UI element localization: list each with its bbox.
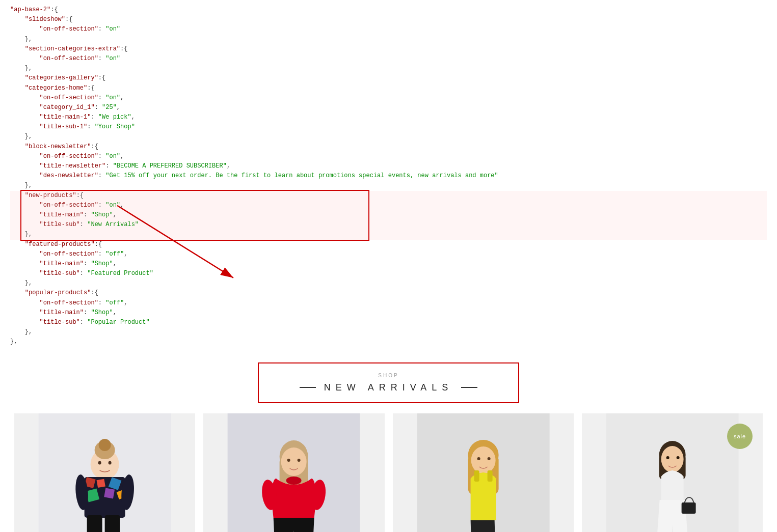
product-image-wrapper — [14, 413, 195, 532]
section-header-area: SHOP NEW ARRIVALS — [0, 352, 777, 413]
code-line: "on-off-section": "on" — [10, 54, 767, 64]
svg-point-35 — [487, 457, 490, 460]
svg-point-18 — [109, 461, 112, 464]
code-line: "slideshow":{ — [10, 15, 767, 24]
code-line: "popular-products":{ — [10, 288, 767, 298]
svg-rect-33 — [487, 470, 492, 482]
svg-point-22 — [281, 447, 307, 476]
code-line: "title-newsletter": "BECOME A PREFERRED … — [10, 161, 767, 171]
svg-point-39 — [661, 446, 683, 472]
svg-rect-15 — [87, 515, 102, 532]
code-line: }, — [10, 230, 767, 239]
code-line: "title-sub-1": "Your Shop" — [10, 122, 767, 132]
code-line: }, — [10, 181, 767, 190]
sale-badge: sale — [727, 424, 753, 449]
svg-point-26 — [287, 459, 290, 462]
svg-point-43 — [666, 456, 669, 459]
product-card[interactable]: New Fashion1$28.38★★★★★ — [10, 413, 199, 532]
code-line: "on-off-section": "on", — [10, 93, 767, 103]
code-line: }, — [10, 327, 767, 337]
code-line: "block-newsletter":{ — [10, 142, 767, 152]
product-card[interactable]: New Fashion 3$141.89OFS★★★★★ — [389, 413, 578, 532]
code-line: "on-off-section": "on", — [10, 152, 767, 161]
code-line: }, — [10, 35, 767, 44]
code-line: }, — [10, 64, 767, 73]
code-line: "featured-products":{ — [10, 240, 767, 249]
code-line: "category_id_1": "25", — [10, 103, 767, 113]
code-line: "des-newsletter": "Get 15% off your next… — [10, 171, 767, 181]
code-line: "on-off-section": "off", — [10, 298, 767, 308]
dash-right — [461, 387, 477, 388]
svg-point-44 — [676, 456, 679, 459]
svg-rect-40 — [681, 502, 695, 514]
code-line: "on-off-section": "on", — [10, 201, 767, 210]
product-image-wrapper — [203, 413, 384, 532]
products-grid: New Fashion1$28.38★★★★★ New Fashion2$56.… — [0, 413, 777, 532]
code-line: }, — [10, 337, 767, 347]
code-line: }, — [10, 278, 767, 288]
main-title-text: NEW ARRIVALS — [324, 382, 453, 393]
product-card[interactable]: saleNew Fashion 4$200.00$150.00OFS★★★★★ — [578, 413, 767, 532]
code-line: "title-sub": "New Arrivals" — [10, 220, 767, 230]
code-line: "title-main": "Shop", — [10, 308, 767, 318]
section-main-title: NEW ARRIVALS — [300, 382, 478, 393]
code-and-arrow-container: "ap-base-2":{ "slideshow":{ "on-off-sect… — [0, 0, 777, 352]
svg-point-23 — [286, 477, 302, 485]
svg-point-31 — [471, 446, 495, 474]
svg-point-17 — [98, 461, 101, 464]
code-line: "title-main": "Shop", — [10, 259, 767, 269]
product-card[interactable]: New Fashion2$56.76OFS★★★★★ — [199, 413, 388, 532]
code-line: "on-off-section": "off", — [10, 249, 767, 259]
svg-point-34 — [477, 457, 480, 460]
code-line: "on-off-section": "on" — [10, 24, 767, 34]
code-line: "new-products":{ — [10, 191, 767, 201]
code-line: "title-main": "Shop", — [10, 210, 767, 220]
svg-rect-8 — [97, 479, 105, 487]
product-image-wrapper: sale — [582, 413, 763, 532]
code-line: "title-sub": "Popular Product" — [10, 318, 767, 327]
product-image-wrapper — [393, 413, 574, 532]
code-line: "categories-home":{ — [10, 83, 767, 93]
svg-rect-16 — [105, 515, 120, 532]
dash-left — [300, 387, 316, 388]
svg-rect-32 — [474, 470, 479, 482]
code-line: "title-sub": "Featured Product" — [10, 269, 767, 278]
code-editor: "ap-base-2":{ "slideshow":{ "on-off-sect… — [0, 0, 777, 352]
code-line: "title-main-1": "We pick", — [10, 113, 767, 122]
svg-point-5 — [99, 439, 111, 451]
svg-point-27 — [298, 459, 301, 462]
section-header-box: SHOP NEW ARRIVALS — [258, 362, 520, 403]
section-sub-title: SHOP — [300, 373, 478, 378]
code-line: "categories-gallery":{ — [10, 73, 767, 83]
code-line: "section-categories-extra":{ — [10, 44, 767, 54]
code-line: "ap-base-2":{ — [10, 5, 767, 15]
svg-rect-11 — [104, 488, 115, 498]
code-line: }, — [10, 132, 767, 142]
